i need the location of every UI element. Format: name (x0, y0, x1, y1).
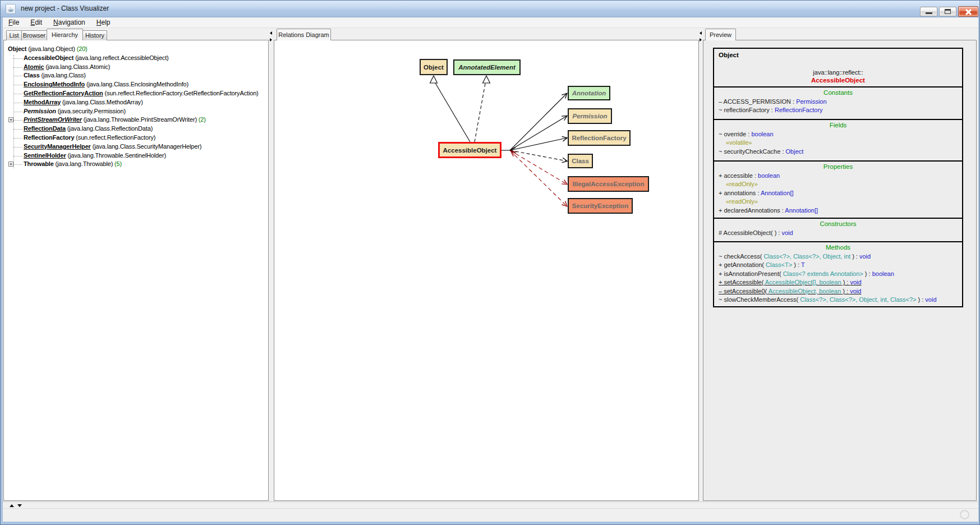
class-name: SecurityManagerHelper (24, 143, 91, 150)
diagram-node-security-exception[interactable]: SecurityException (568, 198, 633, 214)
collapse-left-icon[interactable] (700, 31, 702, 35)
class-name: AccessibleObject (714, 76, 962, 85)
class-name: Throwable (24, 160, 54, 167)
class-package: (java.lang.Throwable.SentinelHolder) (66, 152, 167, 159)
menu-file[interactable]: File (3, 17, 25, 28)
member-row[interactable]: ~ override : boolean (719, 130, 958, 139)
app-window: ☕ new project - Class Visualizer FileEdi… (0, 0, 980, 525)
subclass-count: (5) (113, 160, 122, 167)
collapse-down-icon[interactable] (17, 504, 22, 507)
tab-relations-diagram[interactable]: Relations Diagram (277, 29, 331, 40)
horizontal-splitter[interactable] (3, 501, 978, 508)
expand-right-icon[interactable] (270, 38, 272, 42)
section-constants: Constants– ACCESS_PERMISSION : Permissio… (714, 86, 962, 119)
class-package: (java.lang.Class.SecurityManagerHelper) (91, 143, 202, 150)
stereotype-row: «volatile» (719, 139, 958, 147)
section-properties: Properties+ accessible : boolean«readOnl… (714, 160, 962, 218)
tree-item-throwable[interactable]: +Throwable (java.lang.Throwable) (5) (6, 160, 268, 169)
diagram-node-annotation[interactable]: Annotation (568, 86, 610, 100)
tree-item-getreflectionfactoryaction[interactable]: GetReflectionFactoryAction (sun.reflect.… (6, 89, 268, 98)
class-name: Class (24, 72, 40, 79)
tree-item-printstreamorwriter[interactable]: +PrintStreamOrWriter (java.lang.Throwabl… (6, 116, 268, 125)
class-name: ReflectionData (24, 125, 66, 132)
diagram-node-object[interactable]: Object (420, 59, 448, 75)
tree-item-methodarray[interactable]: MethodArray (java.lang.Class.MethodArray… (6, 98, 268, 107)
member-row[interactable]: + setAccessible( AccessibleObject[], boo… (719, 278, 958, 287)
tree-item-reflectiondata[interactable]: ReflectionData (java.lang.Class.Reflecti… (6, 125, 268, 133)
maximize-button[interactable] (939, 7, 956, 16)
minimize-button[interactable] (920, 7, 937, 16)
diagram-node-accessible-object[interactable]: AccessibleObject (438, 142, 501, 158)
class-name: PrintStreamOrWriter (24, 116, 82, 123)
class-name: Permission (24, 108, 56, 114)
class-package: (java.lang.Class.EnclosingMethodInfo) (85, 81, 188, 88)
member-row[interactable]: + accessible : boolean (719, 172, 958, 180)
maximize-icon (945, 9, 951, 14)
diagram-node-permission[interactable]: Permission (568, 108, 612, 124)
section-header: Constructors (719, 219, 958, 229)
relations-diagram: ObjectAnnotatedElementAnnotationPermissi… (275, 40, 698, 500)
member-row[interactable]: ~ checkAccess( Class<?>, Class<?>, Objec… (719, 252, 958, 261)
class-package: (java.lang.Class) (40, 72, 86, 79)
tab-browser[interactable]: Browser (21, 30, 47, 40)
tree-item-sentinelholder[interactable]: SentinelHolder (java.lang.Throwable.Sent… (6, 151, 268, 160)
collapse-up-icon[interactable] (10, 504, 14, 507)
menu-navigation[interactable]: Navigation (48, 17, 91, 28)
member-row[interactable]: + getAnnotation( Class<T> ) : T (719, 261, 958, 269)
member-row[interactable]: – ACCESS_PERMISSION : Permission (719, 98, 958, 106)
tree-item-securitymanagerhelper[interactable]: SecurityManagerHelper (java.lang.Class.S… (6, 142, 268, 151)
menu-help[interactable]: Help (91, 17, 116, 28)
close-button[interactable] (958, 6, 978, 17)
section-header: Properties (719, 162, 958, 172)
diagram-node-illegal-access-exception[interactable]: IllegalAccessException (568, 176, 649, 192)
class-package: (java.lang.Throwable.PrintStreamOrWriter… (82, 116, 197, 123)
expand-icon[interactable]: + (8, 117, 13, 122)
class-package: (java.lang.Object) (26, 45, 75, 52)
hierarchy-panel: Object (java.lang.Object) (20)Accessible… (3, 40, 269, 501)
member-row[interactable]: + isAnnotationPresent( Class<? extends A… (719, 270, 958, 278)
splitter-left[interactable] (269, 29, 274, 501)
tab-history[interactable]: History (82, 30, 107, 40)
java-app-icon: ☕ (6, 4, 16, 14)
member-row[interactable]: + annotations : Annotation[] (719, 189, 958, 197)
class-namespace: java::lang::reflect:: (714, 68, 962, 76)
tab-preview[interactable]: Preview (705, 29, 736, 40)
title-bar: ☕ new project - Class Visualizer (1, 1, 980, 17)
class-package: (sun.reflect.ReflectionFactory) (74, 134, 155, 141)
expand-right-icon[interactable] (700, 38, 702, 42)
member-row[interactable]: – setAccessible0( AccessibleObject, bool… (719, 287, 958, 296)
tab-hierarchy[interactable]: Hierarchy (47, 29, 83, 40)
member-row[interactable]: # AccessibleObject( ) : void (719, 229, 958, 237)
member-row[interactable]: ~ reflectionFactory : ReflectionFactory (719, 106, 958, 114)
tree-item-class[interactable]: Class (java.lang.Class) (6, 71, 268, 80)
stereotype-row: «readOnly» (719, 197, 958, 206)
subclass-count: (20) (75, 45, 88, 52)
tree-item-permission[interactable]: Permission (java.security.Permission) (6, 107, 268, 116)
class-package: (java.lang.Throwable) (54, 160, 113, 167)
member-row[interactable]: ~ slowCheckMemberAccess( Class<?>, Class… (719, 296, 958, 304)
class-name: Object (8, 45, 26, 52)
tree-item-reflectionfactory[interactable]: ReflectionFactory (sun.reflect.Reflectio… (6, 133, 268, 142)
tree-item-atomic[interactable]: Atomic (java.lang.Class.Atomic) (6, 63, 268, 72)
class-package: (java.lang.Class.Atomic) (44, 63, 110, 70)
preview-title-section: Object java::lang::reflect:: AccessibleO… (714, 49, 962, 86)
diagram-node-annotated-element[interactable]: AnnotatedElement (453, 59, 521, 75)
superclass-link[interactable]: Object (719, 52, 739, 58)
subclass-count: (2) (197, 116, 206, 123)
member-row[interactable]: + declaredAnnotations : Annotation[] (719, 206, 958, 215)
tree-item-enclosingmethodinfo[interactable]: EnclosingMethodInfo (java.lang.Class.Enc… (6, 80, 268, 89)
tree-item-accessibleobject[interactable]: AccessibleObject (java.lang.reflect.Acce… (6, 54, 268, 63)
expand-icon[interactable]: + (8, 162, 13, 167)
class-identity: java::lang::reflect:: AccessibleObject (714, 68, 962, 85)
diagram-node-reflection-factory[interactable]: ReflectionFactory (568, 130, 631, 146)
tree-item-object[interactable]: Object (java.lang.Object) (20) (6, 45, 268, 54)
member-row[interactable]: ~ securityCheckCache : Object (719, 148, 958, 156)
tab-list[interactable]: List (6, 30, 22, 40)
class-name: EnclosingMethodInfo (24, 81, 85, 88)
class-name: ReflectionFactory (24, 134, 74, 141)
class-name: MethodArray (24, 99, 61, 105)
collapse-left-icon[interactable] (270, 31, 272, 35)
menu-edit[interactable]: Edit (25, 17, 48, 28)
status-bar (3, 508, 978, 522)
diagram-node-class[interactable]: Class (568, 154, 593, 168)
